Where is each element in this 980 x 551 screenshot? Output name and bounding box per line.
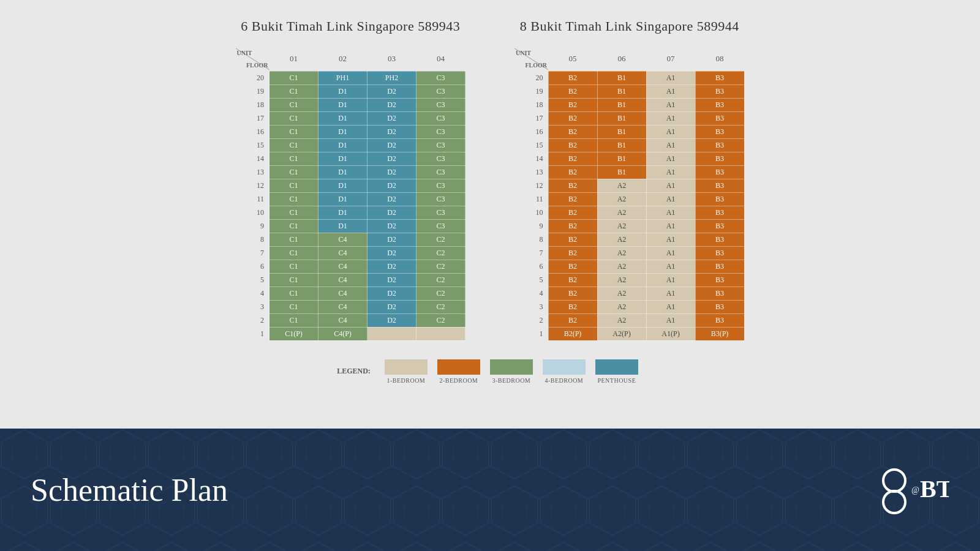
table-row: 15B2B1A1B3 (514, 138, 744, 152)
cell-18-0: C1 (270, 98, 318, 111)
cell-18-3: C3 (417, 98, 466, 111)
cell-2-1: C4 (318, 313, 368, 327)
table-row: 10C1D1D2C3 (236, 206, 466, 219)
legend-item-3: 4-BEDROOM (543, 359, 586, 384)
cell-11-3: B3 (695, 192, 744, 206)
legend-text-3: 4-BEDROOM (545, 377, 583, 384)
table-row: 18C1D1D2C3 (236, 98, 466, 111)
cell-11-1: D1 (318, 192, 368, 206)
cell-9-1: D1 (318, 219, 368, 233)
main-content: 6 Bukit Timah Link Singapore 589943 UNIT… (0, 0, 980, 429)
legend-section: LEGEND: 1-BEDROOM2-BEDROOM3-BEDROOM4-BED… (337, 359, 643, 384)
floor-num-8: 8 (236, 233, 270, 246)
floor-num-10: 10 (236, 206, 270, 219)
cell-8-1: A2 (597, 233, 646, 246)
cell-20-0: C1 (270, 71, 318, 84)
floor-num-14: 14 (514, 152, 548, 165)
cell-4-0: C1 (270, 287, 318, 300)
table-row: 20C1PH1PH2C3 (236, 71, 466, 84)
cell-3-1: C4 (318, 300, 368, 313)
table-row: 14B2B1A1B3 (514, 152, 744, 165)
floor-num-4: 4 (514, 287, 548, 300)
legend-color-2 (490, 359, 533, 375)
cell-2-2: A1 (646, 313, 695, 327)
schematic-table-0: UNIT FLOOR 0102030420C1PH1PH2C319C1D1D2C… (236, 47, 466, 341)
table-row: 7B2A2A1B3 (514, 246, 744, 260)
col-header-06: 06 (597, 47, 646, 71)
cell-20-3: C3 (417, 71, 466, 84)
cell-2-0: C1 (270, 313, 318, 327)
table-row: 4C1C4D2C2 (236, 287, 466, 300)
floor-num-10: 10 (514, 206, 548, 219)
cell-19-0: B2 (548, 84, 597, 98)
cell-20-0: B2 (548, 71, 597, 84)
table-row: 2C1C4D2C2 (236, 313, 466, 327)
cell-8-1: C4 (318, 233, 368, 246)
floor-num-20: 20 (236, 71, 270, 84)
unit-floor-header: UNIT FLOOR (236, 47, 270, 71)
cell-20-1: PH1 (318, 71, 368, 84)
cell-13-1: B1 (597, 165, 646, 179)
table-row: 20B2B1A1B3 (514, 71, 744, 84)
floor-num-4: 4 (236, 287, 270, 300)
cell-15-3: B3 (695, 138, 744, 152)
cell-19-0: C1 (270, 84, 318, 98)
cell-5-2: A1 (646, 273, 695, 287)
cell-14-0: C1 (270, 152, 318, 165)
col-header-01: 01 (270, 47, 318, 71)
floor-num-5: 5 (236, 273, 270, 287)
cell-10-0: C1 (270, 206, 318, 219)
cell-7-0: C1 (270, 246, 318, 260)
cell-8-2: D2 (368, 233, 417, 246)
buildings-row: 6 Bukit Timah Link Singapore 589943 UNIT… (0, 18, 980, 341)
cell-19-3: B3 (695, 84, 744, 98)
floor-num-2: 2 (236, 313, 270, 327)
floor-num-16: 16 (514, 125, 548, 138)
table-row: 13C1D1D2C3 (236, 165, 466, 179)
cell-6-0: B2 (548, 260, 597, 273)
cell-5-0: C1 (270, 273, 318, 287)
cell-12-0: C1 (270, 179, 318, 192)
cell-11-0: C1 (270, 192, 318, 206)
cell-3-3: B3 (695, 300, 744, 313)
cell-12-1: A2 (597, 179, 646, 192)
floor-num-19: 19 (236, 84, 270, 98)
unit-floor-header: UNIT FLOOR (514, 47, 548, 71)
floor-num-3: 3 (514, 300, 548, 313)
cell-11-1: A2 (597, 192, 646, 206)
legend-text-4: PENTHOUSE (597, 377, 636, 384)
cell-16-2: D2 (368, 125, 417, 138)
floor-num-15: 15 (514, 138, 548, 152)
table-row: 3B2A2A1B3 (514, 300, 744, 313)
cell-13-1: D1 (318, 165, 368, 179)
cell-9-3: C3 (417, 219, 466, 233)
cell-17-0: C1 (270, 111, 318, 125)
table-row: 7C1C4D2C2 (236, 246, 466, 260)
cell-13-0: C1 (270, 165, 318, 179)
cell-7-1: C4 (318, 246, 368, 260)
cell-12-3: B3 (695, 179, 744, 192)
svg-text:BT: BT (920, 475, 949, 503)
table-row: 5C1C4D2C2 (236, 273, 466, 287)
cell-18-0: B2 (548, 98, 597, 111)
svg-point-6 (883, 491, 905, 513)
cell-18-2: A1 (646, 98, 695, 111)
cell-18-3: B3 (695, 98, 744, 111)
table-row: 13B2B1A1B3 (514, 165, 744, 179)
cell-12-3: C3 (417, 179, 466, 192)
table-row: 16C1D1D2C3 (236, 125, 466, 138)
cell-2-3: B3 (695, 313, 744, 327)
cell-20-2: PH2 (368, 71, 417, 84)
cell-3-3: C2 (417, 300, 466, 313)
table-row: 11C1D1D2C3 (236, 192, 466, 206)
cell-9-2: D2 (368, 219, 417, 233)
legend-color-0 (385, 359, 428, 375)
cell-4-1: A2 (597, 287, 646, 300)
col-header-04: 04 (417, 47, 466, 71)
table-row: 14C1D1D2C3 (236, 152, 466, 165)
cell-14-1: B1 (597, 152, 646, 165)
floor-num-8: 8 (514, 233, 548, 246)
table-row: 2B2A2A1B3 (514, 313, 744, 327)
cell-6-2: D2 (368, 260, 417, 273)
cell-18-2: D2 (368, 98, 417, 111)
